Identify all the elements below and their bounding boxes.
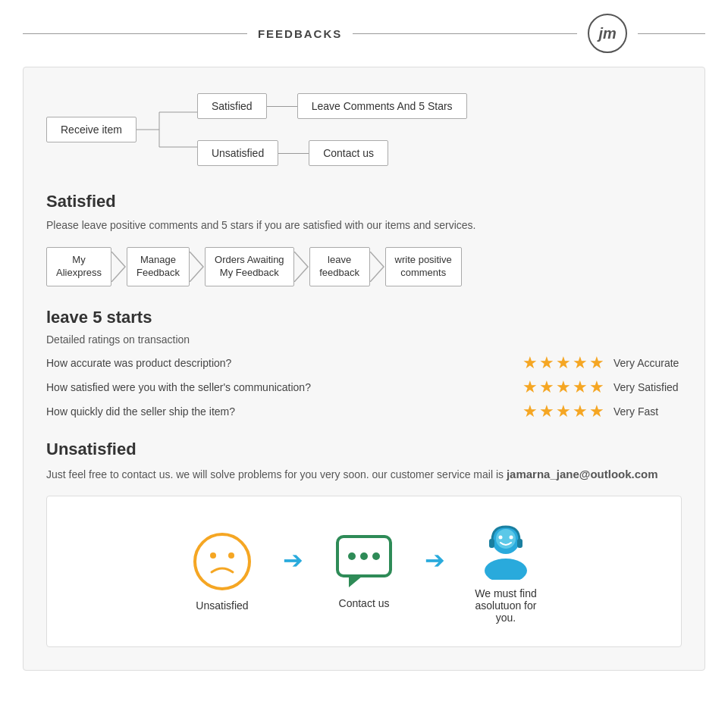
- svg-point-10: [372, 552, 380, 560]
- bottom-item-unsatisfied: Unsatisfied: [169, 531, 275, 612]
- star-icon: ★: [556, 377, 571, 397]
- svg-point-4: [195, 534, 249, 589]
- svg-point-9: [360, 552, 368, 560]
- star-icon: ★: [539, 353, 554, 373]
- header-line-after-logo: [638, 33, 705, 34]
- stars-subtitle: Detailed ratings on transaction: [46, 333, 682, 346]
- header-line-right: [353, 33, 577, 34]
- unsatisfied-desc: Just feel free to contact us. we will so…: [46, 465, 682, 484]
- step-chevron: [190, 252, 205, 282]
- svg-point-14: [510, 535, 513, 539]
- star-icon: ★: [522, 353, 538, 373]
- rating-row-2: How quickly did the seller ship the item…: [46, 402, 682, 421]
- step-box-2: Orders Awaiting My Feedback: [205, 247, 294, 286]
- unsatisfied-box: Unsatisfied: [197, 140, 278, 166]
- arrow-1: ➔: [283, 546, 303, 597]
- star-icon: ★: [573, 402, 588, 421]
- star-icon: ★: [589, 377, 604, 397]
- page-header: FEEDBACKS jm: [0, 0, 728, 67]
- bottom-label-unsatisfied: Unsatisfied: [196, 599, 248, 612]
- rating-row-0: How accurate was product description?★★★…: [46, 353, 682, 373]
- agent-icon: [475, 519, 536, 580]
- star-icon: ★: [573, 353, 588, 373]
- stars-1: ★★★★★: [522, 377, 604, 397]
- bottom-label-contact: Contact us: [339, 597, 390, 609]
- leave-comments-box: Leave Comments And 5 Stars: [297, 93, 467, 119]
- svg-point-5: [210, 552, 216, 559]
- steps-row: My AliexpressManage FeedbackOrders Await…: [46, 247, 682, 286]
- star-icon: ★: [522, 377, 538, 397]
- flow-branch: Satisfied Leave Comments And 5 Stars Uns…: [197, 93, 467, 166]
- contact-us-box: Contact us: [309, 140, 388, 166]
- unsatisfied-desc-text: Just feel free to contact us. we will so…: [46, 468, 507, 480]
- page-title: FEEDBACKS: [258, 27, 342, 40]
- step-box-1: Manage Feedback: [127, 247, 190, 286]
- svg-point-8: [348, 552, 356, 560]
- step-box-3: leave feedback: [309, 247, 370, 286]
- header-line-left: [23, 33, 247, 34]
- rating-question-2: How quickly did the seller ship the item…: [46, 405, 513, 418]
- rating-row-1: How satisfied were you with the seller's…: [46, 377, 682, 397]
- step-box-4: write positive comments: [385, 247, 462, 286]
- rating-question-1: How satisfied were you with the seller's…: [46, 381, 513, 393]
- stars-2: ★★★★★: [522, 402, 604, 421]
- star-icon: ★: [556, 402, 571, 421]
- satisfied-row: Satisfied Leave Comments And 5 Stars: [197, 93, 467, 119]
- star-icon: ★: [556, 353, 571, 373]
- branch-svg: [136, 95, 197, 164]
- stars-title: leave 5 starts: [46, 308, 682, 327]
- bottom-label-solution: We must find asolutuon for you.: [475, 587, 536, 624]
- star-icon: ★: [539, 377, 554, 397]
- svg-point-15: [485, 559, 527, 580]
- bottom-item-solution: We must find asolutuon for you.: [453, 519, 559, 624]
- unsatisfied-section: Unsatisfied Just feel free to contact us…: [46, 440, 682, 484]
- ratings-container: How accurate was product description?★★★…: [46, 353, 682, 421]
- svg-point-6: [228, 552, 234, 559]
- rating-label-1: Very Satisfied: [613, 381, 682, 393]
- star-icon: ★: [589, 353, 604, 373]
- stars-0: ★★★★★: [522, 353, 604, 373]
- satisfied-desc: Please leave positive comments and 5 sta…: [46, 217, 682, 233]
- rating-label-0: Very Accurate: [613, 357, 682, 369]
- star-icon: ★: [573, 377, 588, 397]
- main-card: Receive item Satisfied Leave Comments An…: [23, 67, 705, 671]
- step-chevron: [370, 252, 385, 282]
- star-icon: ★: [589, 402, 604, 421]
- stars-section: leave 5 starts Detailed ratings on trans…: [46, 308, 682, 421]
- unsatisfied-title: Unsatisfied: [46, 440, 682, 459]
- rating-label-2: Very Fast: [613, 405, 682, 418]
- svg-point-12: [496, 529, 516, 549]
- unsatisfied-email: jamarna_jane@outlook.com: [507, 468, 658, 480]
- svg-point-13: [499, 535, 503, 539]
- star-icon: ★: [539, 402, 554, 421]
- chat-icon: [334, 533, 394, 590]
- receive-item-box: Receive item: [46, 117, 136, 142]
- h-line-1: [267, 106, 297, 107]
- flow-diagram: Receive item Satisfied Leave Comments An…: [46, 86, 682, 174]
- step-chevron: [294, 252, 309, 282]
- step-box-0: My Aliexpress: [46, 247, 111, 286]
- unsatisfied-row: Unsatisfied Contact us: [197, 140, 467, 166]
- rating-question-0: How accurate was product description?: [46, 357, 513, 369]
- svg-rect-17: [517, 539, 522, 548]
- satisfied-title: Satisfied: [46, 192, 682, 211]
- brand-logo: jm: [588, 14, 627, 53]
- satisfied-box: Satisfied: [197, 93, 267, 119]
- satisfied-section: Satisfied Please leave positive comments…: [46, 192, 682, 233]
- unsatisfied-icon: [192, 531, 253, 592]
- star-icon: ★: [522, 402, 538, 421]
- bottom-flow-card: Unsatisfied ➔ Contact us ➔: [46, 496, 682, 647]
- arrow-2: ➔: [425, 546, 445, 597]
- h-line-2: [278, 153, 309, 154]
- step-chevron: [111, 252, 127, 282]
- bottom-item-contact: Contact us: [311, 533, 417, 609]
- svg-rect-16: [489, 539, 494, 548]
